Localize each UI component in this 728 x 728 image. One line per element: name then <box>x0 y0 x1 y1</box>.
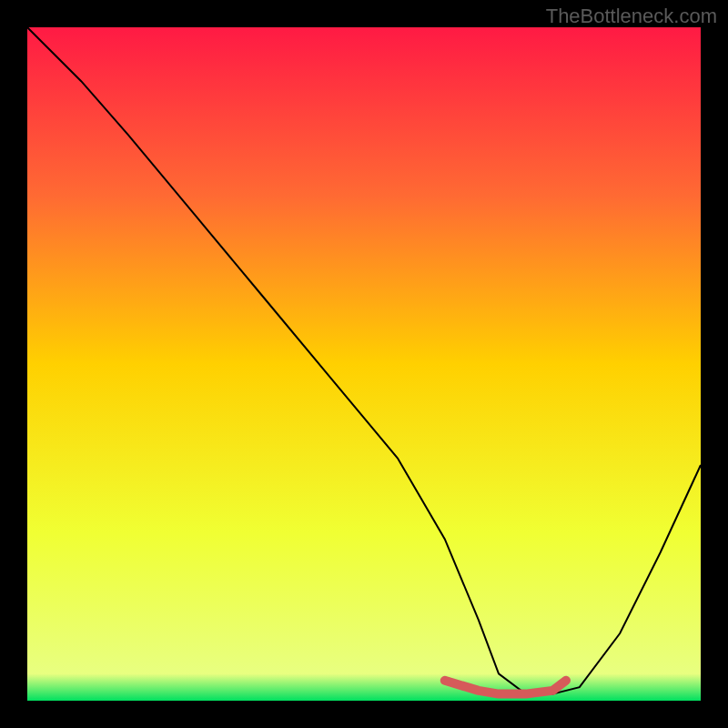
chart-container <box>27 27 701 701</box>
watermark-text: TheBottleneck.com <box>546 5 717 28</box>
chart-svg <box>27 27 701 701</box>
gradient-background <box>27 27 701 701</box>
